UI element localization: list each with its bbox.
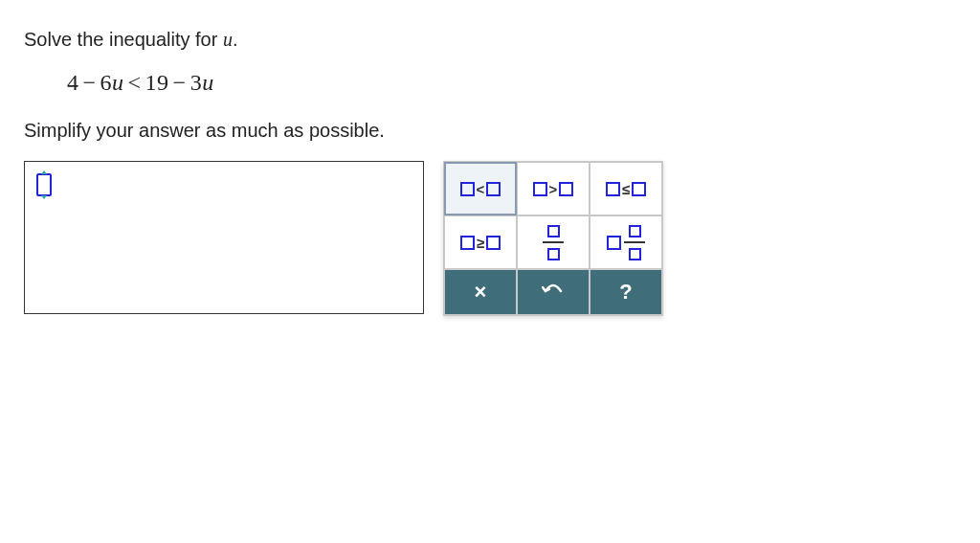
less-equal-icon: ≤: [622, 181, 630, 197]
input-cursor: [36, 173, 52, 196]
undo-button[interactable]: [517, 269, 590, 315]
placeholder-box-icon: [632, 182, 646, 196]
clear-icon: ×: [475, 280, 487, 305]
placeholder-box-icon: [607, 236, 621, 250]
placeholder-box-icon: [629, 225, 641, 238]
undo-icon: [542, 280, 565, 305]
greater-than-icon: >: [549, 181, 558, 197]
placeholder-box-icon: [559, 182, 573, 196]
answer-input-box[interactable]: [24, 161, 424, 314]
placeholder-box-icon: [629, 248, 641, 260]
less-than-template[interactable]: <: [444, 162, 517, 215]
placeholder-box-icon: [547, 248, 560, 260]
help-button[interactable]: ?: [590, 269, 662, 315]
placeholder-box-icon: [486, 182, 501, 196]
placeholder-box-icon: [486, 236, 501, 250]
placeholder-box-icon: [547, 225, 560, 238]
greater-equal-icon: ≥: [477, 235, 484, 251]
placeholder-box-icon: [460, 236, 475, 250]
placeholder-box-icon: [460, 182, 475, 196]
placeholder-box-icon: [533, 182, 547, 196]
placeholder-box-icon: [606, 182, 620, 196]
mixed-fraction-icon: [607, 221, 645, 263]
greater-than-template[interactable]: >: [517, 162, 590, 215]
symbol-palette: < > ≤ ≥: [443, 161, 663, 316]
work-area: < > ≤ ≥: [24, 161, 956, 316]
instruction-text: Solve the inequality for u.: [24, 29, 956, 51]
sub-instruction-text: Simplify your answer as much as possible…: [24, 120, 956, 142]
less-than-icon: <: [477, 181, 485, 197]
greater-equal-template[interactable]: ≥: [444, 215, 517, 269]
fraction-template[interactable]: [517, 215, 590, 269]
help-icon: ?: [619, 280, 632, 305]
mixed-number-template[interactable]: [590, 215, 662, 269]
clear-button[interactable]: ×: [444, 269, 517, 315]
less-equal-template[interactable]: ≤: [590, 162, 662, 215]
inequality-equation: 4−6u<19−3u: [67, 70, 956, 96]
fraction-icon: [543, 221, 564, 263]
